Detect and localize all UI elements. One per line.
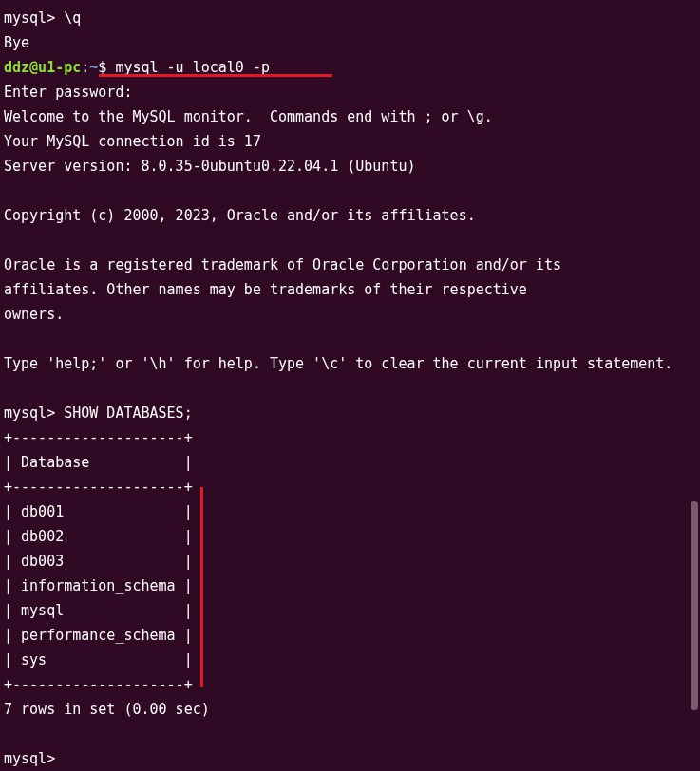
terminal-line: [4, 327, 696, 351]
terminal-line: mysql> SHOW DATABASES;: [4, 401, 696, 425]
terminal-line: Oracle is a registered trademark of Orac…: [4, 253, 696, 277]
annotation-vertical-line: [200, 487, 203, 687]
table-border: +--------------------+: [4, 425, 696, 450]
terminal-line: [4, 376, 696, 401]
table-row: | sys |: [4, 648, 696, 672]
table-header: | Database |: [4, 450, 696, 475]
terminal-line: Bye: [4, 30, 696, 55]
table-border: +--------------------+: [4, 475, 696, 499]
annotation-underline: [99, 74, 332, 77]
terminal-line: [4, 179, 696, 203]
terminal-line: Welcome to the MySQL monitor. Commands e…: [4, 104, 696, 129]
terminal-line: 7 rows in set (0.00 sec): [4, 697, 696, 722]
table-row: | mysql |: [4, 598, 696, 623]
table-row: | db002 |: [4, 524, 696, 549]
table-border: +--------------------+: [4, 672, 696, 697]
terminal-line: [4, 228, 696, 253]
prompt-user: ddz@u1-pc: [4, 59, 81, 76]
terminal-line: [4, 722, 696, 746]
table-row: | db003 |: [4, 549, 696, 574]
prompt-tilde: ~: [89, 59, 98, 76]
terminal-line: Copyright (c) 2000, 2023, Oracle and/or …: [4, 203, 696, 228]
prompt-colon: :: [81, 59, 89, 76]
terminal-line: Type 'help;' or '\h' for help. Type '\c'…: [4, 351, 696, 376]
table-row: | information_schema |: [4, 574, 696, 598]
terminal-line: affiliates. Other names may be trademark…: [4, 277, 696, 302]
terminal-line: Server version: 8.0.35-0ubuntu0.22.04.1 …: [4, 154, 696, 179]
terminal-line: Your MySQL connection id is 17: [4, 129, 696, 154]
scrollbar-thumb[interactable]: [691, 501, 698, 710]
terminal-line: Enter password:: [4, 80, 696, 104]
terminal-line: owners.: [4, 302, 696, 327]
prompt-line[interactable]: mysql>: [4, 746, 696, 771]
table-row: | db001 |: [4, 499, 696, 524]
terminal-line: mysql> \q: [4, 6, 696, 30]
table-row: | performance_schema |: [4, 623, 696, 648]
